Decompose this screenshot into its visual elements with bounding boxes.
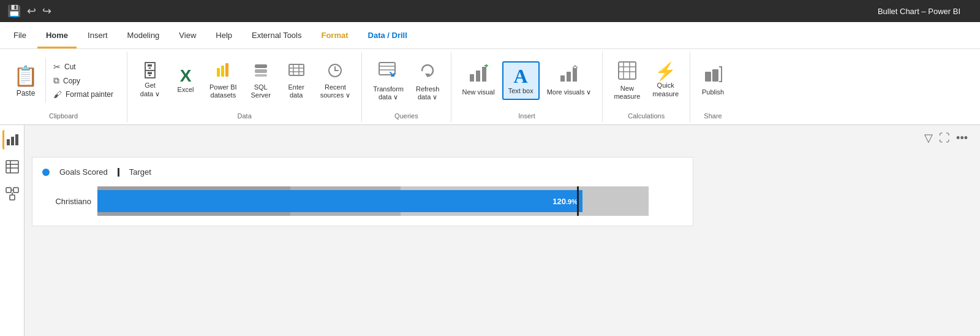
- quick-measure-button[interactable]: ⚡ Quickmeasure: [647, 59, 684, 101]
- chart-bar-container: 120.9%: [97, 186, 649, 216]
- svg-rect-22: [567, 72, 571, 82]
- recent-sources-button[interactable]: Recentsources ∨: [315, 58, 356, 103]
- svg-rect-2: [225, 63, 228, 77]
- chart-bar-marker: [577, 186, 579, 216]
- insert-group-label: Insert: [518, 110, 535, 120]
- legend-goals-dot: [42, 169, 50, 176]
- recent-sources-label: Recentsources ∨: [320, 83, 351, 99]
- quick-measure-label: Quickmeasure: [652, 82, 679, 97]
- svg-rect-12: [379, 63, 395, 75]
- format-painter-action[interactable]: 🖌 Format painter: [51, 88, 116, 101]
- publish-label: Publish: [702, 88, 724, 96]
- save-icon[interactable]: 💾: [7, 4, 21, 18]
- more-visuals-label: More visuals ∨: [547, 88, 592, 96]
- title-bar: 💾 ↩ ↪ Bullet Chart – Power BI: [0, 0, 980, 22]
- new-visual-label: New visual: [462, 88, 495, 96]
- format-painter-icon: 🖌: [53, 90, 62, 99]
- menu-format[interactable]: Format: [312, 22, 356, 48]
- excel-icon: X: [180, 67, 192, 85]
- left-sidebar: [0, 125, 24, 336]
- new-visual-icon: [469, 64, 488, 87]
- menu-view[interactable]: View: [170, 22, 205, 48]
- get-data-button[interactable]: 🗄 Getdata ∨: [134, 59, 167, 101]
- svg-rect-17: [476, 71, 480, 82]
- menu-external-tools[interactable]: External Tools: [243, 22, 310, 48]
- sidebar-bar-chart-icon[interactable]: [2, 130, 22, 150]
- svg-rect-3: [255, 64, 267, 68]
- ribbon-group-queries: Transformdata ∨ Refreshdata ∨ Queries: [362, 52, 451, 122]
- cut-label: Cut: [64, 63, 76, 71]
- chart-row-label: Christiano: [42, 197, 91, 206]
- filter-icon[interactable]: ▽: [924, 131, 933, 145]
- text-box-label: Text box: [508, 87, 533, 95]
- refresh-data-button[interactable]: Refreshdata ∨: [411, 56, 445, 105]
- cut-action[interactable]: ✂ Cut: [51, 61, 116, 73]
- publish-icon: [703, 64, 723, 87]
- insert-items: New visual A Text box More visuals ∨: [458, 54, 597, 110]
- ribbon-group-data: 🗄 Getdata ∨ X Excel Power BIdatasets: [127, 52, 362, 122]
- copy-icon: ⧉: [53, 75, 59, 86]
- title-bar-left: 💾 ↩ ↪: [7, 4, 51, 18]
- more-options-icon[interactable]: •••: [956, 132, 968, 145]
- menu-data-drill[interactable]: Data / Drill: [360, 22, 416, 48]
- svg-rect-6: [289, 64, 304, 75]
- svg-rect-18: [482, 67, 486, 82]
- enter-data-button[interactable]: Enterdata: [280, 58, 313, 103]
- queries-group-label: Queries: [394, 110, 418, 120]
- enter-data-label: Enterdata: [288, 83, 304, 99]
- ribbon-group-insert: New visual A Text box More visuals ∨ Ins: [451, 52, 603, 122]
- svg-rect-1: [221, 66, 224, 77]
- svg-rect-32: [11, 137, 14, 145]
- menu-insert[interactable]: Insert: [79, 22, 116, 48]
- chart-bar-suffix: .9%: [566, 198, 578, 205]
- main-content: ▽ ⛶ ••• Goals Scored Target Christiano: [24, 125, 980, 336]
- enter-data-icon: [288, 62, 305, 82]
- chart-toolbar: ▽ ⛶ •••: [924, 131, 968, 145]
- svg-rect-30: [712, 69, 718, 82]
- copy-action[interactable]: ⧉ Copy: [51, 74, 116, 87]
- recent-sources-icon: [326, 62, 344, 82]
- svg-rect-39: [13, 188, 18, 193]
- legend-target-line: [118, 168, 119, 177]
- svg-rect-33: [15, 134, 18, 145]
- queries-items: Transformdata ∨ Refreshdata ∨: [368, 54, 444, 110]
- sql-server-button[interactable]: SQLServer: [244, 58, 277, 103]
- svg-rect-31: [7, 139, 10, 145]
- svg-rect-21: [560, 75, 565, 82]
- svg-rect-23: [573, 68, 577, 82]
- menu-help[interactable]: Help: [207, 22, 241, 48]
- redo-icon[interactable]: ↪: [42, 4, 51, 18]
- text-box-icon: A: [514, 66, 528, 86]
- chart-row: Christiano 120.9%: [42, 186, 683, 216]
- excel-button[interactable]: X Excel: [169, 64, 202, 97]
- data-items: 🗄 Getdata ∨ X Excel Power BIdatasets: [134, 54, 355, 110]
- undo-icon[interactable]: ↩: [27, 4, 36, 18]
- format-painter-label: Format painter: [66, 90, 113, 99]
- sidebar-model-icon[interactable]: [2, 184, 22, 204]
- legend-target-label: Target: [129, 167, 151, 177]
- paste-button[interactable]: 📋 Paste: [6, 58, 46, 103]
- chart-bar-value: 120.9%: [552, 197, 578, 206]
- new-measure-button[interactable]: Newmeasure: [609, 57, 645, 104]
- powerbi-datasets-button[interactable]: Power BIdatasets: [205, 58, 242, 103]
- focus-mode-icon[interactable]: ⛶: [939, 132, 950, 145]
- svg-rect-5: [255, 74, 267, 77]
- window-title: Bullet Chart – Power BI: [878, 7, 973, 16]
- new-visual-button[interactable]: New visual: [458, 61, 500, 100]
- text-box-button[interactable]: A Text box: [502, 61, 540, 100]
- svg-rect-40: [10, 195, 15, 200]
- transform-data-button[interactable]: Transformdata ∨: [368, 56, 409, 105]
- ribbon-group-share: Publish Share: [690, 52, 736, 122]
- get-data-icon: 🗄: [141, 63, 159, 80]
- publish-button[interactable]: Publish: [696, 61, 729, 100]
- paste-icon: 📋: [13, 64, 38, 88]
- chart-legend: Goals Scored Target: [42, 167, 683, 177]
- ribbon: 📋 Paste ✂ Cut ⧉ Copy 🖌 Format painter: [0, 49, 980, 125]
- new-measure-icon: [617, 61, 637, 83]
- menu-home[interactable]: Home: [37, 22, 77, 48]
- menu-modeling[interactable]: Modeling: [119, 22, 168, 48]
- sidebar-table-icon[interactable]: [2, 157, 22, 177]
- more-visuals-button[interactable]: More visuals ∨: [542, 61, 597, 100]
- menu-file[interactable]: File: [5, 22, 35, 48]
- svg-rect-4: [255, 69, 267, 73]
